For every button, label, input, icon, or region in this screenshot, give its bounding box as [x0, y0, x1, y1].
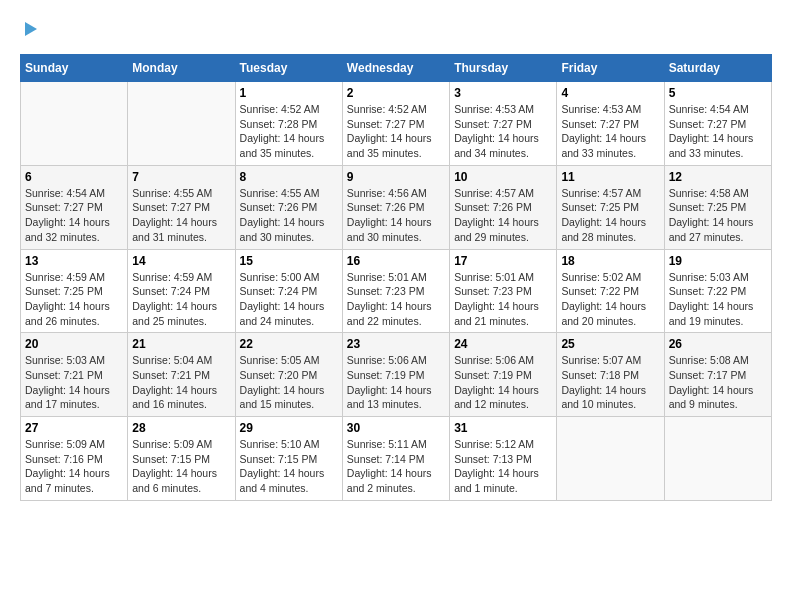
daylight-text: Daylight: 14 hours and 26 minutes.	[25, 300, 110, 327]
day-of-week-header: Wednesday	[342, 55, 449, 82]
calendar-day-cell: 23 Sunrise: 5:06 AM Sunset: 7:19 PM Dayl…	[342, 333, 449, 417]
sunrise-text: Sunrise: 5:11 AM	[347, 438, 427, 450]
day-number: 8	[240, 170, 338, 184]
sunset-text: Sunset: 7:27 PM	[25, 201, 103, 213]
sunset-text: Sunset: 7:21 PM	[132, 369, 210, 381]
day-of-week-header: Saturday	[664, 55, 771, 82]
calendar-day-cell: 26 Sunrise: 5:08 AM Sunset: 7:17 PM Dayl…	[664, 333, 771, 417]
sunrise-text: Sunrise: 5:08 AM	[669, 354, 749, 366]
day-of-week-header: Thursday	[450, 55, 557, 82]
day-number: 22	[240, 337, 338, 351]
day-of-week-header: Friday	[557, 55, 664, 82]
sunrise-text: Sunrise: 4:54 AM	[25, 187, 105, 199]
daylight-text: Daylight: 14 hours and 29 minutes.	[454, 216, 539, 243]
sunrise-text: Sunrise: 5:10 AM	[240, 438, 320, 450]
sunset-text: Sunset: 7:28 PM	[240, 118, 318, 130]
calendar-week-row: 6 Sunrise: 4:54 AM Sunset: 7:27 PM Dayli…	[21, 165, 772, 249]
sunrise-text: Sunrise: 4:57 AM	[454, 187, 534, 199]
calendar-table: SundayMondayTuesdayWednesdayThursdayFrid…	[20, 54, 772, 501]
daylight-text: Daylight: 14 hours and 9 minutes.	[669, 384, 754, 411]
logo-arrow-icon	[21, 20, 39, 38]
calendar-day-cell: 27 Sunrise: 5:09 AM Sunset: 7:16 PM Dayl…	[21, 417, 128, 501]
day-number: 24	[454, 337, 552, 351]
sunrise-text: Sunrise: 4:53 AM	[454, 103, 534, 115]
sunset-text: Sunset: 7:27 PM	[669, 118, 747, 130]
calendar-day-cell: 19 Sunrise: 5:03 AM Sunset: 7:22 PM Dayl…	[664, 249, 771, 333]
calendar-week-row: 20 Sunrise: 5:03 AM Sunset: 7:21 PM Dayl…	[21, 333, 772, 417]
sunrise-text: Sunrise: 4:55 AM	[240, 187, 320, 199]
daylight-text: Daylight: 14 hours and 19 minutes.	[669, 300, 754, 327]
sunset-text: Sunset: 7:24 PM	[132, 285, 210, 297]
day-number: 25	[561, 337, 659, 351]
daylight-text: Daylight: 14 hours and 30 minutes.	[240, 216, 325, 243]
daylight-text: Daylight: 14 hours and 6 minutes.	[132, 467, 217, 494]
sunset-text: Sunset: 7:23 PM	[454, 285, 532, 297]
day-number: 10	[454, 170, 552, 184]
logo	[20, 20, 40, 38]
calendar-day-cell: 24 Sunrise: 5:06 AM Sunset: 7:19 PM Dayl…	[450, 333, 557, 417]
page-header	[20, 20, 772, 38]
calendar-day-cell: 10 Sunrise: 4:57 AM Sunset: 7:26 PM Dayl…	[450, 165, 557, 249]
day-number: 7	[132, 170, 230, 184]
sunset-text: Sunset: 7:25 PM	[561, 201, 639, 213]
sunset-text: Sunset: 7:15 PM	[132, 453, 210, 465]
day-number: 19	[669, 254, 767, 268]
calendar-day-cell	[557, 417, 664, 501]
sunset-text: Sunset: 7:17 PM	[669, 369, 747, 381]
daylight-text: Daylight: 14 hours and 15 minutes.	[240, 384, 325, 411]
daylight-text: Daylight: 14 hours and 33 minutes.	[669, 132, 754, 159]
day-number: 4	[561, 86, 659, 100]
day-number: 13	[25, 254, 123, 268]
daylight-text: Daylight: 14 hours and 7 minutes.	[25, 467, 110, 494]
sunrise-text: Sunrise: 5:03 AM	[669, 271, 749, 283]
calendar-day-cell: 8 Sunrise: 4:55 AM Sunset: 7:26 PM Dayli…	[235, 165, 342, 249]
day-number: 30	[347, 421, 445, 435]
daylight-text: Daylight: 14 hours and 2 minutes.	[347, 467, 432, 494]
sunrise-text: Sunrise: 4:58 AM	[669, 187, 749, 199]
calendar-day-cell: 15 Sunrise: 5:00 AM Sunset: 7:24 PM Dayl…	[235, 249, 342, 333]
sunrise-text: Sunrise: 5:01 AM	[454, 271, 534, 283]
sunset-text: Sunset: 7:19 PM	[347, 369, 425, 381]
sunset-text: Sunset: 7:25 PM	[669, 201, 747, 213]
sunset-text: Sunset: 7:22 PM	[669, 285, 747, 297]
daylight-text: Daylight: 14 hours and 34 minutes.	[454, 132, 539, 159]
calendar-day-cell: 25 Sunrise: 5:07 AM Sunset: 7:18 PM Dayl…	[557, 333, 664, 417]
sunset-text: Sunset: 7:25 PM	[25, 285, 103, 297]
calendar-day-cell: 16 Sunrise: 5:01 AM Sunset: 7:23 PM Dayl…	[342, 249, 449, 333]
calendar-week-row: 13 Sunrise: 4:59 AM Sunset: 7:25 PM Dayl…	[21, 249, 772, 333]
sunset-text: Sunset: 7:15 PM	[240, 453, 318, 465]
daylight-text: Daylight: 14 hours and 4 minutes.	[240, 467, 325, 494]
calendar-day-cell	[21, 82, 128, 166]
sunrise-text: Sunrise: 4:52 AM	[240, 103, 320, 115]
day-number: 17	[454, 254, 552, 268]
calendar-week-row: 1 Sunrise: 4:52 AM Sunset: 7:28 PM Dayli…	[21, 82, 772, 166]
calendar-day-cell: 3 Sunrise: 4:53 AM Sunset: 7:27 PM Dayli…	[450, 82, 557, 166]
sunset-text: Sunset: 7:24 PM	[240, 285, 318, 297]
calendar-day-cell: 12 Sunrise: 4:58 AM Sunset: 7:25 PM Dayl…	[664, 165, 771, 249]
daylight-text: Daylight: 14 hours and 17 minutes.	[25, 384, 110, 411]
day-number: 3	[454, 86, 552, 100]
sunset-text: Sunset: 7:27 PM	[347, 118, 425, 130]
sunrise-text: Sunrise: 5:12 AM	[454, 438, 534, 450]
daylight-text: Daylight: 14 hours and 24 minutes.	[240, 300, 325, 327]
svg-marker-0	[25, 22, 37, 36]
day-number: 9	[347, 170, 445, 184]
day-number: 27	[25, 421, 123, 435]
day-number: 12	[669, 170, 767, 184]
calendar-day-cell: 29 Sunrise: 5:10 AM Sunset: 7:15 PM Dayl…	[235, 417, 342, 501]
day-number: 6	[25, 170, 123, 184]
day-number: 15	[240, 254, 338, 268]
day-number: 21	[132, 337, 230, 351]
calendar-day-cell: 20 Sunrise: 5:03 AM Sunset: 7:21 PM Dayl…	[21, 333, 128, 417]
calendar-day-cell	[664, 417, 771, 501]
calendar-day-cell: 18 Sunrise: 5:02 AM Sunset: 7:22 PM Dayl…	[557, 249, 664, 333]
sunrise-text: Sunrise: 4:55 AM	[132, 187, 212, 199]
calendar-day-cell: 30 Sunrise: 5:11 AM Sunset: 7:14 PM Dayl…	[342, 417, 449, 501]
daylight-text: Daylight: 14 hours and 21 minutes.	[454, 300, 539, 327]
sunrise-text: Sunrise: 5:02 AM	[561, 271, 641, 283]
sunrise-text: Sunrise: 5:07 AM	[561, 354, 641, 366]
sunrise-text: Sunrise: 5:01 AM	[347, 271, 427, 283]
daylight-text: Daylight: 14 hours and 28 minutes.	[561, 216, 646, 243]
day-number: 2	[347, 86, 445, 100]
daylight-text: Daylight: 14 hours and 35 minutes.	[240, 132, 325, 159]
